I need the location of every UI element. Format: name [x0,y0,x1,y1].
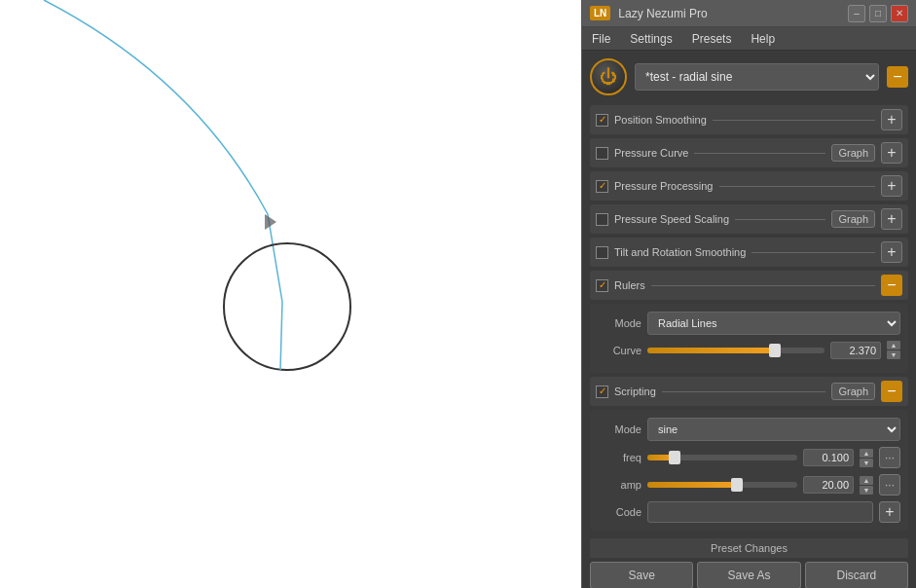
rulers-curve-up[interactable]: ▲ [887,341,900,349]
menu-settings[interactable]: Settings [626,30,676,48]
pressure-curve-checkbox[interactable] [596,147,608,160]
scripting-graph-button[interactable]: Graph [831,383,875,400]
minimize-button[interactable]: – [848,5,865,22]
position-smoothing-row: Position Smoothing + [590,105,908,134]
tilt-rotation-checkbox[interactable] [596,246,608,259]
tilt-rotation-label: Tilt and Rotation Smoothing [614,246,746,258]
save-as-button[interactable]: Save As [697,562,800,588]
power-button[interactable]: ⏻ [590,58,627,95]
scripting-code-field[interactable] [647,501,873,523]
save-button[interactable]: Save [590,562,693,588]
pressure-processing-row: Pressure Processing + [590,171,908,201]
scripting-freq-slider[interactable] [647,455,797,460]
rulers-curve-row: Curve 2.370 ▲ ▼ [598,341,900,359]
scripting-row: Scripting Graph − [590,377,908,406]
pressure-speed-scaling-row: Pressure Speed Scaling Graph + [590,204,908,234]
tilt-rotation-plus[interactable]: + [881,241,902,263]
pressure-speed-scaling-checkbox[interactable] [596,213,608,226]
rulers-curve-value: 2.370 [830,342,881,359]
title-bar: LN Lazy Nezumi Pro – □ ✕ [582,0,916,27]
divider [751,252,875,253]
power-icon: ⏻ [600,68,617,86]
divider [662,391,826,392]
scripting-freq-row: freq 0.100 ▲ ▼ ··· [598,447,900,468]
svg-point-0 [224,243,350,370]
pressure-speed-plus[interactable]: + [881,208,902,230]
divider [713,120,875,121]
preset-minus-button[interactable]: − [887,66,908,88]
pressure-curve-plus[interactable]: + [881,142,902,164]
rulers-sub-section: Mode Radial Lines Curve 2.370 ▲ ▼ [590,304,908,373]
scripting-mode-row: Mode sine [598,418,900,441]
pressure-curve-graph-button[interactable]: Graph [831,144,875,162]
window-controls: – □ ✕ [848,5,908,22]
rulers-label: Rulers [614,279,645,291]
scripting-mode-select[interactable]: sine [647,418,900,441]
scripting-amp-spinner: ▲ ▼ [860,476,873,495]
logo: LN [590,6,610,20]
preset-changes-label: Preset Changes [711,542,788,554]
panel-content: ⏻ *test - radial sine − Position Smoothi… [582,51,916,588]
pressure-processing-plus[interactable]: + [881,175,902,197]
pressure-speed-graph-button[interactable]: Graph [831,210,875,228]
scripting-freq-dots[interactable]: ··· [879,447,900,468]
scripting-amp-value: 20.00 [803,476,854,494]
divider [735,219,825,220]
scripting-freq-label: freq [598,452,641,463]
scripting-amp-fill [647,482,737,488]
divider [694,153,825,154]
scripting-amp-up[interactable]: ▲ [860,476,873,485]
scripting-checkbox[interactable] [596,386,608,398]
menu-bar: File Settings Presets Help [582,27,916,51]
pressure-curve-row: Pressure Curve Graph + [590,138,908,167]
scripting-sub-section: Mode sine freq 0.100 ▲ ▼ ··· [590,410,908,531]
divider [719,186,876,187]
divider [651,285,875,286]
position-smoothing-plus[interactable]: + [881,109,902,130]
rulers-mode-label: Mode [598,317,641,329]
position-smoothing-checkbox[interactable] [596,114,608,127]
pressure-processing-checkbox[interactable] [596,180,608,193]
scripting-amp-dots[interactable]: ··· [879,474,900,496]
preset-select[interactable]: *test - radial sine [635,63,879,91]
menu-file[interactable]: File [588,30,614,48]
scripting-freq-down[interactable]: ▼ [860,459,873,467]
rulers-mode-row: Mode Radial Lines [598,312,900,335]
scripting-code-label: Code [598,506,641,518]
rulers-curve-slider[interactable] [647,348,824,353]
scripting-amp-thumb[interactable] [731,478,743,492]
rulers-curve-spinner: ▲ ▼ [887,341,900,359]
action-buttons: Save Save As Discard [590,562,908,588]
scripting-amp-down[interactable]: ▼ [860,486,873,495]
scripting-label: Scripting [614,386,656,397]
scripting-amp-row: amp 20.00 ▲ ▼ ··· [598,474,900,496]
svg-line-1 [280,302,282,370]
scripting-freq-spinner: ▲ ▼ [860,449,873,467]
position-smoothing-label: Position Smoothing [614,114,707,126]
rulers-curve-down[interactable]: ▼ [887,350,900,359]
power-row: ⏻ *test - radial sine − [590,58,908,95]
rulers-curve-fill [647,348,775,353]
rulers-minus-button[interactable]: − [881,275,902,296]
maximize-button[interactable]: □ [869,5,887,22]
scripting-code-plus[interactable]: + [879,501,900,523]
pressure-curve-label: Pressure Curve [614,147,688,159]
tilt-rotation-row: Tilt and Rotation Smoothing + [590,238,908,267]
menu-presets[interactable]: Presets [688,30,736,48]
menu-help[interactable]: Help [747,30,779,48]
scripting-freq-value: 0.100 [803,449,854,466]
scripting-mode-label: Mode [598,423,641,435]
rulers-checkbox[interactable] [596,279,608,292]
rulers-curve-thumb[interactable] [769,344,781,357]
scripting-minus-button[interactable]: − [881,381,902,402]
scripting-freq-thumb[interactable] [669,451,680,464]
rulers-row: Rulers − [590,271,908,300]
discard-button[interactable]: Discard [805,562,908,588]
close-button[interactable]: ✕ [891,5,908,22]
panel: LN Lazy Nezumi Pro – □ ✕ File Settings P… [581,0,916,588]
rulers-mode-select[interactable]: Radial Lines [647,312,900,335]
pressure-processing-label: Pressure Processing [614,180,714,192]
scripting-amp-slider[interactable] [647,482,797,488]
scripting-freq-up[interactable]: ▲ [860,449,873,458]
canvas-area [0,0,581,588]
